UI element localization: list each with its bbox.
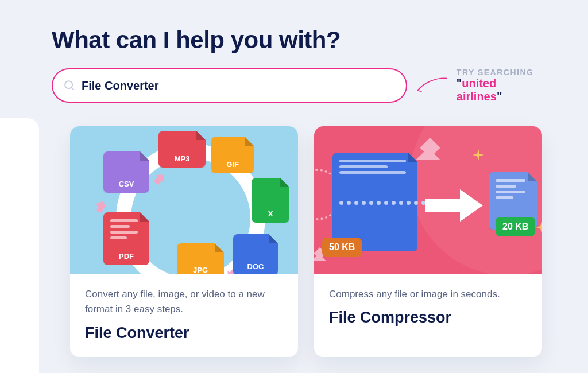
file-label: DOC	[247, 262, 264, 271]
file-label: JPG	[193, 266, 208, 274]
dots-row-icon	[339, 201, 425, 205]
size-after-badge: 20 KB	[496, 217, 535, 236]
file-icon-csv: CSV	[103, 151, 149, 193]
hint-quote-right: "	[497, 90, 502, 103]
hint-query: "united airlines"	[457, 77, 542, 103]
page-title: What can I help you with?	[52, 26, 542, 54]
card-description: Convert any file, image, or video to a n…	[85, 287, 283, 317]
illustration-file-converter: CSV MP3 GIF X DOC JPG PDF	[70, 126, 298, 274]
card-body: Compress any file or image in seconds. F…	[314, 274, 542, 341]
svg-line-1	[71, 87, 74, 90]
search-input[interactable]	[82, 79, 396, 92]
card-file-compressor[interactable]: 50 KB 20 KB Compress any file or image i…	[314, 126, 542, 357]
file-label: MP3	[175, 154, 190, 163]
illustration-file-compressor: 50 KB 20 KB	[314, 126, 542, 274]
search-row: TRY SEARCHING "united airlines"	[52, 68, 542, 103]
file-icon-xls: X	[252, 178, 289, 223]
file-icon-jpg: JPG	[177, 243, 224, 274]
card-title: File Converter	[85, 324, 283, 342]
file-label: CSV	[119, 180, 134, 188]
transfer-arrow-icon	[425, 188, 483, 223]
compress-arrow-icon	[413, 137, 447, 171]
search-hint: TRY SEARCHING "united airlines"	[457, 68, 542, 103]
search-icon	[63, 79, 76, 92]
file-label: PDF	[119, 252, 134, 261]
side-panel	[0, 118, 39, 373]
file-icon-gif: GIF	[211, 137, 254, 173]
card-description: Compress any file or image in seconds.	[329, 287, 527, 302]
mini-arrow-icon	[94, 199, 109, 214]
search-box[interactable]	[52, 68, 407, 103]
file-label: X	[268, 209, 273, 218]
card-title: File Compressor	[329, 309, 527, 327]
sparkle-icon	[473, 149, 484, 161]
card-body: Convert any file, image, or video to a n…	[70, 274, 298, 357]
svg-point-0	[65, 81, 72, 88]
size-before-badge: 50 KB	[322, 238, 362, 257]
card-file-converter[interactable]: CSV MP3 GIF X DOC JPG PDF Convert any fi…	[70, 126, 298, 357]
file-icon-doc: DOC	[233, 234, 278, 274]
hint-label: TRY SEARCHING	[457, 68, 542, 77]
hint-arrow-icon	[414, 76, 450, 95]
hint-quote-left: "	[457, 77, 462, 90]
hint-query-text: united airlines	[457, 77, 497, 103]
file-icon-mp3: MP3	[158, 131, 206, 168]
file-label: GIF	[226, 160, 239, 169]
file-icon-pdf: PDF	[103, 212, 149, 265]
